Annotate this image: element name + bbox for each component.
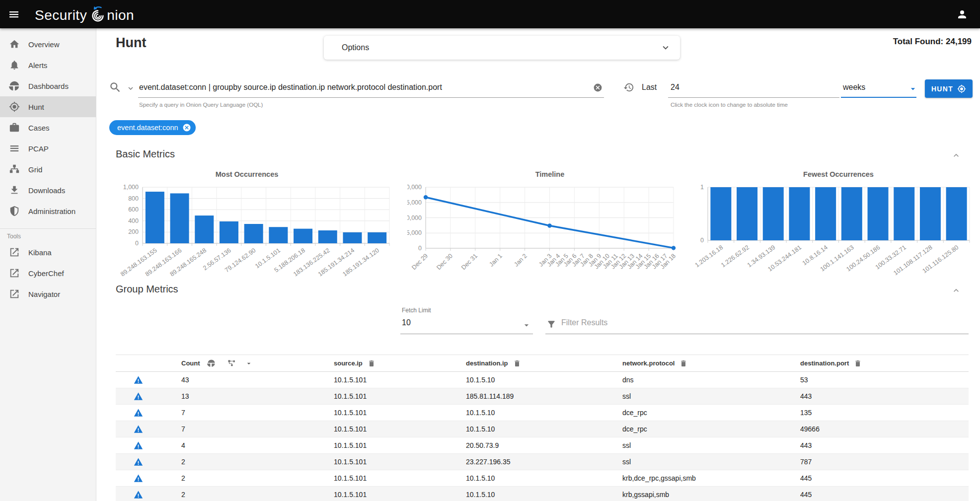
sidebar-item-administration[interactable]: Administration <box>0 201 96 221</box>
query-input[interactable]: event.dataset:conn | groupby source.ip d… <box>139 83 442 92</box>
sidebar-item-label: Grid <box>28 165 42 174</box>
basic-metrics-collapse-icon[interactable] <box>951 150 961 160</box>
table-row[interactable]: 1310.1.5.101185.81.114.189ssl443 <box>116 388 969 405</box>
table-row[interactable]: 4310.1.5.10110.1.5.10dns53 <box>116 372 969 388</box>
group-metrics-collapse-icon[interactable] <box>951 286 961 295</box>
table-header-destination-port[interactable]: destination.port <box>795 359 969 367</box>
chip-remove-icon[interactable] <box>182 123 191 132</box>
cell-source-ip: 10.1.5.101 <box>329 409 461 417</box>
app-bar: Security nion <box>0 0 980 28</box>
query-clear-icon[interactable] <box>593 83 603 92</box>
event-warning-icon[interactable] <box>134 408 143 418</box>
remove-column-icon[interactable] <box>679 359 687 367</box>
query-filter-chip[interactable]: event.dataset:conn <box>109 120 196 135</box>
pie-chart-toggle-icon[interactable] <box>207 359 216 367</box>
sidebar-item-navigator[interactable]: Navigator <box>0 284 96 304</box>
sidebar-item-label: Kibana <box>28 248 52 257</box>
sidebar-item-grid[interactable]: Grid <box>0 159 96 180</box>
table-header-count[interactable]: Count <box>160 359 329 367</box>
cell-source-ip: 10.1.5.101 <box>329 425 461 433</box>
brand-prefix: Security <box>35 7 87 23</box>
fetch-limit-select[interactable]: 10 <box>402 318 411 327</box>
table-header-source-ip[interactable]: source.ip <box>329 359 461 367</box>
duration-unit-underline <box>841 97 916 98</box>
fetch-limit-caret-icon[interactable] <box>522 320 531 330</box>
event-warning-icon[interactable] <box>134 425 143 434</box>
options-panel-toggle[interactable]: Options <box>324 36 680 60</box>
external-icon <box>9 247 20 258</box>
svg-text:1: 1 <box>700 184 704 191</box>
remove-column-icon[interactable] <box>368 359 376 367</box>
sidebar-item-overview[interactable]: Overview <box>0 34 96 55</box>
table-row[interactable]: 210.1.5.10110.1.5.10krb,gssapi,smb445 <box>116 487 969 501</box>
event-warning-icon[interactable] <box>134 474 143 483</box>
cell-source-ip: 10.1.5.101 <box>329 491 461 499</box>
user-account-icon[interactable] <box>956 8 968 20</box>
table-row[interactable]: 210.1.5.10123.227.196.35ssl787 <box>116 454 969 470</box>
table-row[interactable]: 710.1.5.10110.1.5.10dce_rpc135 <box>116 405 969 421</box>
source-ip-header-label: source.ip <box>334 359 363 367</box>
table-row[interactable]: 710.1.5.10110.1.5.10dce_rpc49666 <box>116 421 969 437</box>
sidebar: OverviewAlertsDashboardsHuntCasesPCAPGri… <box>0 28 96 501</box>
event-warning-icon[interactable] <box>134 490 143 500</box>
event-warning-icon[interactable] <box>134 441 143 450</box>
sidebar-tools-label: Tools <box>0 229 96 242</box>
table-header-network-protocol[interactable]: network.protocol <box>617 359 795 367</box>
duration-input[interactable]: 24 <box>671 83 679 92</box>
sidebar-item-alerts[interactable]: Alerts <box>0 55 96 75</box>
sidebar-item-label: Downloads <box>28 186 65 195</box>
sidebar-item-pcap[interactable]: PCAP <box>0 138 96 159</box>
cell-destination-ip: 23.227.196.35 <box>461 458 617 466</box>
cell-count: 2 <box>160 491 329 499</box>
sidebar-item-cases[interactable]: Cases <box>0 117 96 138</box>
duration-unit-caret-icon[interactable] <box>908 84 918 94</box>
event-warning-icon[interactable] <box>134 457 143 467</box>
fewest-occurrences-chart[interactable]: Fewest Occurrences101.203.16.181.226.62.… <box>693 168 980 282</box>
sidebar-item-cyberchef[interactable]: CyberChef <box>0 263 96 284</box>
hunt-button[interactable]: HUNT <box>925 79 973 98</box>
sidebar-item-kibana[interactable]: Kibana <box>0 242 96 263</box>
column-menu-caret-icon[interactable] <box>245 359 253 367</box>
menu-icon[interactable] <box>8 8 20 20</box>
crosshair-icon <box>957 84 966 93</box>
onion-icon <box>89 5 106 23</box>
svg-text:0: 0 <box>700 237 704 244</box>
cell-count: 7 <box>160 425 329 433</box>
duration-hint: Click the clock icon to change to absolu… <box>671 102 788 108</box>
event-warning-icon[interactable] <box>134 392 143 401</box>
remove-column-icon[interactable] <box>513 359 521 367</box>
filter-results-underline <box>545 334 969 334</box>
cell-destination-ip: 185.81.114.189 <box>461 392 617 400</box>
basic-metrics-heading: Basic Metrics <box>116 148 175 160</box>
home-icon <box>9 39 20 50</box>
timeline-chart[interactable]: Timeline20,00015,00010,0005,0000Dec 29De… <box>407 168 685 282</box>
sankey-toggle-icon[interactable] <box>227 359 236 367</box>
table-header-destination-ip[interactable]: destination.ip <box>461 359 617 367</box>
sidebar-item-dashboards[interactable]: Dashboards <box>0 75 96 96</box>
destination-port-header-label: destination.port <box>800 359 849 367</box>
sidebar-item-downloads[interactable]: Downloads <box>0 180 96 201</box>
svg-text:Dec 31: Dec 31 <box>460 252 479 271</box>
cell-destination-ip: 10.1.5.10 <box>461 376 617 384</box>
remove-column-icon[interactable] <box>854 359 862 367</box>
svg-text:Jan 2: Jan 2 <box>513 252 528 268</box>
svg-text:1,000: 1,000 <box>123 184 139 191</box>
table-row[interactable]: 410.1.5.10120.50.73.9ssl443 <box>116 437 969 454</box>
event-warning-icon[interactable] <box>134 375 143 385</box>
cell-network-protocol: krb,gssapi,smb <box>617 491 795 499</box>
svg-text:1.226.62.92: 1.226.62.92 <box>720 244 751 269</box>
cell-network-protocol: ssl <box>617 458 795 466</box>
chevron-down-icon <box>660 42 671 53</box>
external-icon <box>9 268 20 279</box>
table-row[interactable]: 210.1.5.10110.1.5.10krb,dce_rpc,gssapi,s… <box>116 470 969 487</box>
relative-time-clock-icon[interactable] <box>623 82 634 93</box>
sidebar-item-hunt[interactable]: Hunt <box>0 96 96 117</box>
cell-count: 4 <box>160 441 329 449</box>
brand-suffix: nion <box>107 7 134 23</box>
cell-source-ip: 10.1.5.101 <box>329 474 461 482</box>
table-header-row: Count source.ip destination.ip network.p… <box>116 355 969 372</box>
query-history-caret-icon[interactable] <box>126 84 135 93</box>
most-occurrences-chart[interactable]: Most Occurrences1,000800600400200089.248… <box>104 168 402 282</box>
filter-results-input[interactable]: Filter Results <box>561 318 607 327</box>
duration-unit-select[interactable]: weeks <box>843 83 865 92</box>
